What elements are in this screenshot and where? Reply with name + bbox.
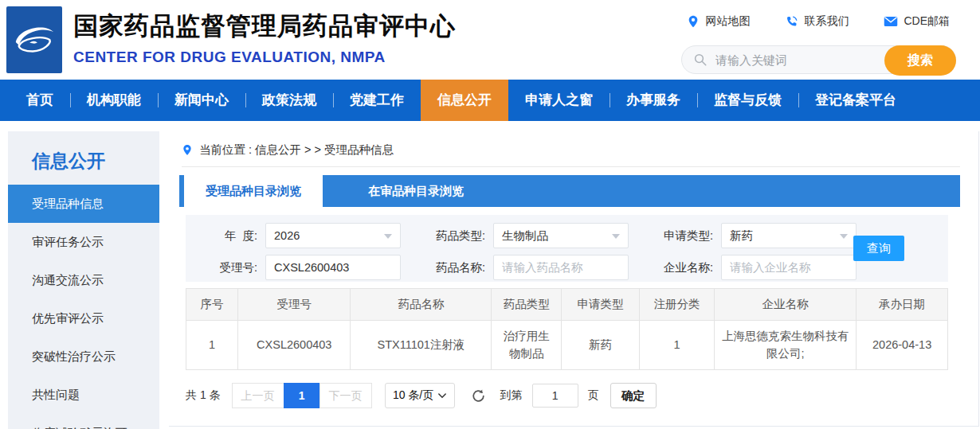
prev-page-button[interactable]: 上一页 — [232, 383, 284, 408]
breadcrumb-text: 当前位置 : 信息公开 > > 受理品种信息 — [199, 142, 394, 158]
query-button[interactable]: 查询 — [853, 236, 904, 261]
map-pin-icon — [687, 14, 700, 29]
refresh-button[interactable] — [471, 388, 486, 404]
site-subtitle: CENTER FOR DRUG EVALUATION, NMPA — [73, 49, 456, 66]
chevron-down-icon — [612, 234, 620, 239]
col-header-drug-name: 药品名称 — [351, 289, 492, 321]
mailbox-link[interactable]: CDE邮箱 — [884, 14, 950, 29]
tab-accepted-catalog[interactable]: 受理品种目录浏览 — [184, 175, 323, 207]
filter-row-1: 年 度: 2026 药品类型: 生物制品 申请类型: 新药 — [195, 223, 948, 248]
cell-date: 2026-04-13 — [857, 321, 948, 370]
sitemap-link[interactable]: 网站地图 — [687, 14, 750, 29]
sitemap-label: 网站地图 — [705, 14, 750, 29]
col-header-apply-type: 申请类型 — [562, 289, 640, 321]
sidebar-item-accepted-varieties[interactable]: 受理品种信息 — [8, 185, 159, 223]
contact-label: 联系我们 — [804, 14, 849, 29]
company-input[interactable] — [721, 255, 857, 280]
quick-links: 网站地图 联系我们 CDE邮箱 — [687, 14, 950, 29]
chevron-down-icon — [384, 234, 392, 239]
drug-type-label: 药品类型: — [423, 228, 485, 244]
accept-no-input[interactable] — [265, 255, 401, 280]
nav-item-home[interactable]: 首页 — [10, 80, 70, 121]
main-nav: 首页 机构职能 新闻中心 政策法规 党建工作 信息公开 申请人之窗 办事服务 监… — [0, 80, 980, 121]
confirm-button[interactable]: 确定 — [610, 383, 657, 408]
filter-row-2: 受理号: 药品名称: 企业名称: — [195, 255, 948, 280]
tab-bar: 受理品种目录浏览 在审品种目录浏览 — [179, 175, 960, 207]
breadcrumb-divider — [182, 166, 960, 167]
drug-name-input[interactable] — [493, 255, 629, 280]
col-header-date: 承办日期 — [857, 289, 948, 321]
accept-no-label: 受理号: — [195, 260, 257, 275]
cell-drug-name: STX11101注射液 — [351, 321, 492, 370]
nav-item-services[interactable]: 办事服务 — [610, 80, 697, 121]
cell-reg-class: 1 — [639, 321, 715, 370]
cell-index: 1 — [186, 321, 238, 370]
mail-icon — [884, 16, 898, 27]
col-header-company: 企业名称 — [715, 289, 857, 321]
sidebar-item-review-tasks[interactable]: 审评任务公示 — [8, 223, 159, 261]
col-header-accept-no: 受理号 — [238, 289, 351, 321]
col-header-reg-class: 注册分类 — [639, 289, 715, 321]
pagination-total: 共 1 条 — [186, 388, 221, 403]
filter-group-company: 企业名称: — [651, 255, 857, 280]
drug-type-select[interactable]: 生物制品 — [493, 223, 629, 248]
tab-under-review-catalog[interactable]: 在审品种目录浏览 — [347, 175, 485, 207]
site-search-button[interactable]: 搜索 — [884, 45, 956, 76]
site-title-block: 国家药品监督管理局药品审评中心 CENTER FOR DRUG EVALUATI… — [73, 10, 456, 66]
filter-group-apply-type: 申请类型: 新药 — [651, 223, 857, 248]
sidebar-item-breakthrough-therapy[interactable]: 突破性治疗公示 — [8, 337, 159, 376]
page-size-value: 10 条/页 — [393, 388, 433, 403]
sidebar-item-clinical-trial-license[interactable]: 临床试验默示许可 — [8, 414, 159, 429]
pagination: 共 1 条 上一页 1 下一页 10 条/页 到第 页 确定 — [186, 383, 978, 408]
contact-link[interactable]: 联系我们 — [785, 14, 849, 29]
year-label: 年 度: — [195, 228, 257, 244]
site-title: 国家药品监督管理局药品审评中心 — [73, 10, 456, 43]
nav-item-info-disclosure[interactable]: 信息公开 — [421, 80, 508, 121]
search-icon — [693, 53, 708, 67]
page-unit-label: 页 — [588, 388, 599, 403]
apply-type-label: 申请类型: — [651, 228, 713, 244]
col-header-drug-type: 药品类型 — [492, 289, 562, 321]
sidebar: 信息公开 受理品种信息 审评任务公示 沟通交流公示 优先审评公示 突破性治疗公示… — [8, 131, 159, 429]
site-header: 国家药品监督管理局药品审评中心 CENTER FOR DRUG EVALUATI… — [0, 0, 980, 80]
company-label: 企业名称: — [651, 260, 713, 275]
drug-name-label: 药品名称: — [423, 260, 485, 275]
select-chevron-icon — [438, 393, 446, 399]
nav-item-party[interactable]: 党建工作 — [333, 80, 421, 121]
nav-item-policies[interactable]: 政策法规 — [245, 80, 333, 121]
year-select[interactable]: 2026 — [265, 223, 401, 248]
goto-page-label: 到第 — [500, 388, 523, 403]
nav-item-news[interactable]: 新闻中心 — [158, 80, 245, 121]
apply-type-select[interactable]: 新药 — [721, 223, 857, 248]
filter-group-year: 年 度: 2026 — [195, 223, 401, 248]
filter-group-drug-type: 药品类型: 生物制品 — [423, 223, 629, 248]
filter-group-drug-name: 药品名称: — [423, 255, 629, 280]
sidebar-item-priority-review[interactable]: 优先审评公示 — [8, 299, 159, 337]
current-page-button[interactable]: 1 — [284, 383, 320, 408]
page-size-select[interactable]: 10 条/页 — [385, 383, 455, 408]
chevron-down-icon — [840, 234, 848, 239]
nav-item-applicant-window[interactable]: 申请人之窗 — [508, 80, 610, 121]
sidebar-item-common-issues[interactable]: 共性问题 — [8, 376, 159, 414]
table-header-row: 序号 受理号 药品名称 药品类型 申请类型 注册分类 企业名称 承办日期 — [186, 289, 948, 321]
apply-type-select-value: 新药 — [730, 228, 753, 244]
mailbox-label: CDE邮箱 — [904, 14, 950, 29]
cell-apply-type: 新药 — [562, 321, 640, 370]
content-panel: 当前位置 : 信息公开 > > 受理品种信息 受理品种目录浏览 在审品种目录浏览… — [169, 131, 979, 427]
sidebar-title: 信息公开 — [8, 131, 159, 185]
nav-item-supervision[interactable]: 监督与反馈 — [697, 80, 798, 121]
sidebar-item-communication[interactable]: 沟通交流公示 — [8, 261, 159, 299]
site-search-bar: 搜索 — [681, 45, 956, 74]
cell-accept-no: CXSL2600403 — [238, 321, 351, 370]
table-row: 1 CXSL2600403 STX11101注射液 治疗用生物制品 新药 1 上… — [186, 321, 948, 370]
breadcrumb: 当前位置 : 信息公开 > > 受理品种信息 — [169, 131, 978, 158]
nav-item-registration-platform[interactable]: 登记备案平台 — [798, 80, 913, 121]
next-page-button[interactable]: 下一页 — [319, 383, 372, 408]
goto-page-input[interactable] — [532, 384, 578, 408]
cell-company: 上海思德克索生物科技有限公司; — [715, 321, 857, 370]
nav-item-functions[interactable]: 机构职能 — [70, 80, 158, 121]
cde-logo-swoosh-icon — [11, 17, 57, 63]
filter-group-accept-no: 受理号: — [195, 255, 401, 280]
col-header-index: 序号 — [186, 289, 238, 321]
results-table: 序号 受理号 药品名称 药品类型 申请类型 注册分类 企业名称 承办日期 1 C… — [186, 288, 948, 370]
